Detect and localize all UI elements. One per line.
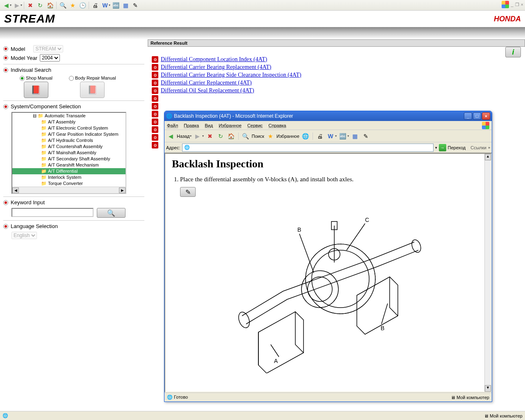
tree-item[interactable]: 📁Torque Converter xyxy=(12,180,126,187)
links-label[interactable]: Ссылки xyxy=(470,145,486,150)
popup-close[interactable]: × xyxy=(482,112,490,120)
body-repair-radio-row[interactable]: Body Repair Manual xyxy=(69,75,116,81)
refresh-icon[interactable]: ↻ xyxy=(36,1,45,10)
ie-status-icon-main: 🌐 xyxy=(2,413,8,418)
language-label: Language Selection xyxy=(11,223,58,229)
language-radio[interactable] xyxy=(3,224,8,229)
gear-link-icon: ⚙ xyxy=(152,111,158,117)
scroll-up[interactable]: ▲ xyxy=(485,154,491,160)
favorites-icon[interactable]: ★ xyxy=(68,1,77,10)
back-button[interactable]: ◀ xyxy=(2,1,11,10)
reference-link[interactable]: Differential Carrier Replacement (4AT) xyxy=(161,80,252,86)
addr-dropdown[interactable]: ▾ xyxy=(435,146,437,150)
reference-link[interactable]: Differential Oil Seal Replacement (4AT) xyxy=(161,87,254,94)
tree-item[interactable]: 📁A/T Assembly xyxy=(12,119,126,125)
scroll-down[interactable]: ▼ xyxy=(485,385,491,392)
popup-forward-button[interactable]: ▶ xyxy=(193,132,202,141)
reference-link[interactable]: Differential Carrier Bearing Replacement… xyxy=(161,64,272,71)
tree-item[interactable]: 📁Interlock System xyxy=(12,174,126,180)
stop-icon[interactable]: ✖ xyxy=(26,1,35,10)
popup-menu-item[interactable]: Избранное xyxy=(219,123,242,128)
addr-label: Адрес: xyxy=(166,145,180,150)
popup-titlebar[interactable]: 🌐 Backlash Inspection (4AT) - Microsoft … xyxy=(164,111,492,121)
print-icon[interactable]: 🖨 xyxy=(91,1,100,10)
reference-link[interactable]: Differential Component Location Index (4… xyxy=(161,56,267,63)
word-icon[interactable]: W xyxy=(100,1,110,10)
tree-item[interactable]: ⊟ 📁Automatic Transaxle xyxy=(12,113,126,119)
addr-input[interactable]: 🌐 xyxy=(182,144,434,152)
os-minimize[interactable]: _ xyxy=(511,2,513,7)
popup-menu-item[interactable]: Справка xyxy=(269,123,286,128)
back-dropdown[interactable]: ▾ xyxy=(10,3,11,7)
popup-maximize[interactable]: □ xyxy=(473,112,481,120)
os-restore[interactable]: ❐ xyxy=(515,2,519,7)
shop-manual-button[interactable]: 📕 xyxy=(24,82,48,98)
popup-translate-icon[interactable]: 🔤 xyxy=(338,132,347,141)
shop-manual-radio-row[interactable]: Shop Manual xyxy=(20,75,52,81)
popup-grid-icon[interactable]: ▦ xyxy=(351,132,360,141)
home-icon[interactable]: 🏠 xyxy=(46,1,55,10)
popup-address-bar: Адрес: 🌐 ▾ → Переход Ссылки » xyxy=(164,142,492,153)
indivisual-radio[interactable] xyxy=(3,68,8,73)
tree-item[interactable]: 📁A/T Gearshift Mechanism xyxy=(12,162,126,168)
popup-fav-label: Избранное xyxy=(276,134,299,139)
info-button[interactable]: i xyxy=(505,47,521,57)
forward-button[interactable]: ▶ xyxy=(12,1,21,10)
os-close[interactable]: × xyxy=(521,2,523,7)
tool-button[interactable]: ✎ xyxy=(180,187,196,197)
grid-icon[interactable]: ▦ xyxy=(121,1,130,10)
article-heading: Backlash Inspection xyxy=(172,158,484,170)
edit-icon[interactable]: ✎ xyxy=(131,1,140,10)
reference-header: Reference Result xyxy=(148,39,525,47)
tree-scroll-right[interactable]: ▶ xyxy=(119,187,126,193)
keyword-search-button[interactable]: 🔍 xyxy=(97,208,126,218)
popup-fav-icon[interactable]: ★ xyxy=(266,132,275,141)
body-repair-button[interactable]: 📕 xyxy=(80,82,105,98)
gear-link-icon: ⚙ xyxy=(152,72,158,78)
translate-icon[interactable]: 🔤 xyxy=(111,1,120,10)
popup-home-icon[interactable]: 🏠 xyxy=(227,132,236,141)
gear-link-icon: ⚙ xyxy=(152,142,158,148)
tree-item[interactable]: 📁A/T Differential xyxy=(12,168,126,174)
year-radio[interactable] xyxy=(3,55,8,60)
model-radio[interactable] xyxy=(3,46,8,51)
component-tree[interactable]: ⊟ 📁Automatic Transaxle📁A/T Assembly📁A/T … xyxy=(11,112,126,194)
reference-link[interactable]: Differential Carrier Bearing Side Cleara… xyxy=(161,72,301,78)
indivisual-label: Indivisual Search xyxy=(11,67,51,73)
model-select: STREAM xyxy=(33,45,63,52)
year-select[interactable]: 2004 xyxy=(40,54,60,62)
popup-menu-item[interactable]: Файл xyxy=(167,123,178,128)
popup-back-label: Назад xyxy=(177,134,190,139)
os-window-controls: _ ❐ × xyxy=(502,1,523,8)
popup-minimize[interactable]: _ xyxy=(464,112,472,120)
popup-scrollbar[interactable]: ▲ ▼ xyxy=(484,154,491,392)
popup-window: 🌐 Backlash Inspection (4AT) - Microsoft … xyxy=(164,111,492,402)
keyword-radio[interactable] xyxy=(3,200,8,205)
popup-menu-item[interactable]: Вид xyxy=(205,123,213,128)
tree-item[interactable]: 📁A/T Gear Position Indicator System xyxy=(12,131,126,137)
popup-back-button[interactable]: ◀ xyxy=(166,132,175,141)
popup-media-icon[interactable]: 🌐 xyxy=(301,132,310,141)
keyword-label: Keyword Input xyxy=(11,199,45,205)
keyword-input[interactable] xyxy=(11,208,94,217)
tree-scroll-left[interactable]: ◀ xyxy=(12,187,19,193)
tree-item[interactable]: 📁A/T Mainshaft Assembly xyxy=(12,150,126,156)
popup-refresh-icon[interactable]: ↻ xyxy=(216,132,225,141)
system-radio[interactable] xyxy=(3,104,8,109)
forward-dropdown[interactable]: ▾ xyxy=(21,3,22,7)
popup-menu-item[interactable]: Сервис xyxy=(247,123,263,128)
windows-flag-icon xyxy=(502,1,509,8)
tree-item[interactable]: 📁A/T Electronic Control System xyxy=(12,125,126,131)
popup-menu-item[interactable]: Правка xyxy=(184,123,199,128)
popup-stop-icon[interactable]: ✖ xyxy=(205,132,215,141)
popup-edit-icon[interactable]: ✎ xyxy=(361,132,370,141)
popup-word-icon[interactable]: W xyxy=(326,132,335,141)
tree-item[interactable]: 📁A/T Hydraulic Controls xyxy=(12,137,126,144)
tree-item[interactable]: 📁A/T Secondary Shaft Assembly xyxy=(12,156,126,162)
tree-item[interactable]: 📁A/T Countershaft Assembly xyxy=(12,144,126,150)
go-button[interactable]: → xyxy=(439,144,446,151)
popup-search-icon[interactable]: 🔍 xyxy=(241,132,250,141)
popup-print-icon[interactable]: 🖨 xyxy=(315,132,324,141)
search-icon[interactable]: 🔍 xyxy=(58,1,67,10)
history-icon[interactable]: 🕒 xyxy=(78,1,87,10)
